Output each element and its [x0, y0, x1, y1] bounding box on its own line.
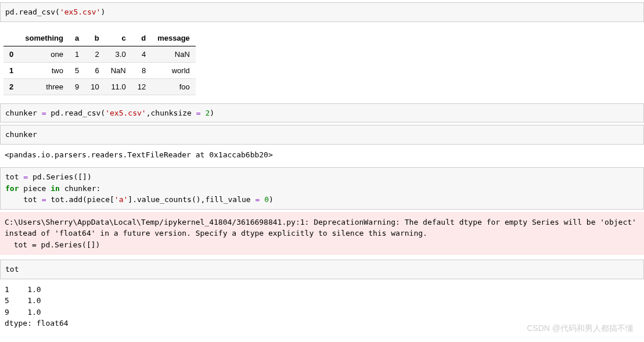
code-text: ) [269, 195, 274, 204]
code-text: pd.read_csv( [46, 109, 105, 117]
string-literal: 'ex5.csv' [105, 109, 146, 117]
row-index: 0 [3, 46, 19, 62]
code-text: pd.read_csv( [5, 8, 60, 16]
code-text: pd.Series([]) [28, 172, 92, 181]
code-text: ].value_counts(),fill_value [128, 195, 255, 204]
cell: 5 [69, 62, 85, 78]
col-header: message [152, 30, 196, 46]
output-cell-3: <pandas.io.parsers.readers.TextFileReade… [0, 147, 644, 163]
cell: NaN [105, 62, 132, 78]
code-text: ,chunksize [146, 109, 196, 117]
code-cell-4: tot = pd.Series([]) for piece in chunker… [0, 167, 644, 210]
keyword-for: for [5, 184, 19, 193]
code-text: tot.add(piece[ [46, 195, 114, 204]
code-cell-2: chunker = pd.read_csv('ex5.csv',chunksiz… [0, 103, 644, 123]
code-text [260, 195, 264, 204]
table-header-row: something a b c d message [3, 30, 196, 46]
cell: 6 [85, 62, 105, 78]
table-row: 2 three 9 10 11.0 12 foo [3, 78, 196, 95]
code-text: piece [19, 184, 51, 193]
cell: 9 [69, 78, 85, 95]
cell: 4 [132, 46, 152, 62]
cell: foo [152, 78, 196, 95]
code-text: tot [5, 195, 42, 204]
cell: NaN [152, 46, 196, 62]
cell: 10 [85, 78, 105, 95]
cell: world [152, 62, 196, 78]
code-text: ) [100, 8, 105, 16]
cell: two [19, 62, 69, 78]
col-header: c [105, 30, 132, 46]
col-header: something [19, 30, 69, 46]
table-row: 0 one 1 2 3.0 4 NaN [3, 46, 196, 62]
string-literal: 'ex5.csv' [60, 8, 100, 16]
number-literal: 0 [264, 195, 269, 204]
output-text: 1 1.0 5 1.0 9 1.0 dtype: float64 [5, 285, 69, 328]
code-cell-3: chunker [0, 125, 644, 145]
cell: 2 [85, 46, 105, 62]
col-header: a [69, 30, 85, 46]
cell: three [19, 78, 69, 95]
string-literal: 'a' [114, 195, 128, 204]
deprecation-warning: C:\Users\Sherry\AppData\Local\Temp/ipyke… [0, 212, 644, 255]
cell: 11.0 [105, 78, 132, 95]
table-row: 1 two 5 6 NaN 8 world [3, 62, 196, 78]
cell: 12 [132, 78, 152, 95]
keyword-in: in [51, 184, 60, 193]
cell: one [19, 46, 69, 62]
operator: = [196, 109, 201, 117]
code-text: chunker: [60, 184, 100, 193]
output-cell-5: 1 1.0 5 1.0 9 1.0 dtype: float64 [0, 282, 644, 332]
col-header: d [132, 30, 152, 46]
col-header: b [85, 30, 105, 46]
cell: 1 [69, 46, 85, 62]
cell: 3.0 [105, 46, 132, 62]
row-index: 2 [3, 78, 19, 95]
operator: = [23, 172, 28, 181]
code-text: chunker [5, 130, 37, 139]
code-text: ) [210, 109, 214, 117]
code-cell-1: pd.read_csv('ex5.csv') [0, 2, 644, 22]
col-header [3, 30, 19, 46]
warning-text: C:\Users\Sherry\AppData\Local\Temp/ipyke… [5, 218, 641, 249]
output-text: <pandas.io.parsers.readers.TextFileReade… [5, 150, 273, 159]
dataframe-output: something a b c d message 0 one 1 2 3.0 … [3, 30, 196, 95]
cell: 8 [132, 62, 152, 78]
row-index: 1 [3, 62, 19, 78]
code-cell-5: tot [0, 260, 644, 279]
code-text: tot [5, 265, 19, 273]
code-text: chunker [5, 109, 42, 117]
code-text: tot [5, 172, 23, 181]
